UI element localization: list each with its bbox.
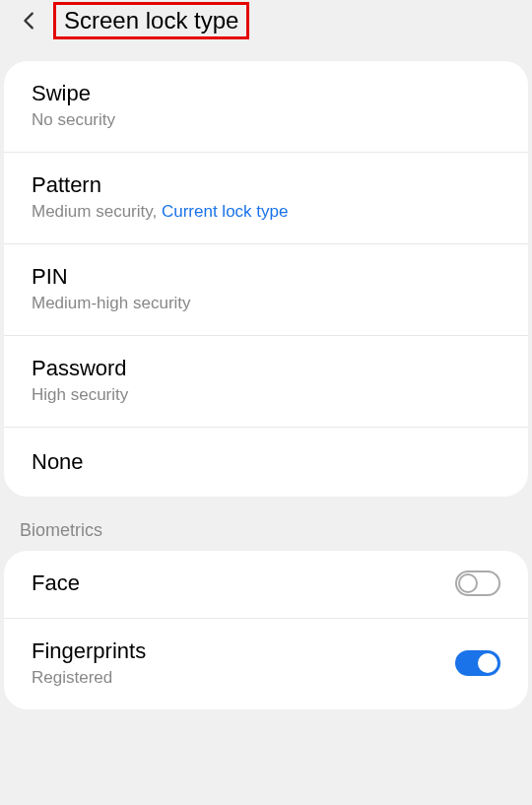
item-title: Swipe bbox=[32, 81, 500, 106]
item-subtitle: Medium-high security bbox=[32, 294, 500, 313]
toggle-knob bbox=[478, 653, 498, 673]
toggle-text: Fingerprints Registered bbox=[32, 638, 455, 688]
item-title: Password bbox=[32, 356, 500, 381]
item-subtitle: No security bbox=[32, 110, 500, 130]
lock-type-none[interactable]: None bbox=[4, 428, 528, 497]
face-toggle[interactable] bbox=[455, 570, 500, 596]
lock-type-pin[interactable]: PIN Medium-high security bbox=[4, 244, 528, 336]
page-title: Screen lock type bbox=[53, 2, 249, 39]
biometrics-card: Face Fingerprints Registered bbox=[4, 551, 528, 709]
lock-type-password[interactable]: Password High security bbox=[4, 336, 528, 428]
fingerprints-toggle[interactable] bbox=[455, 650, 500, 676]
toggle-knob bbox=[458, 573, 478, 593]
lock-type-swipe[interactable]: Swipe No security bbox=[4, 61, 528, 153]
item-subtitle: High security bbox=[32, 385, 500, 405]
biometric-face[interactable]: Face bbox=[4, 551, 528, 619]
toggle-text: Face bbox=[32, 570, 455, 596]
item-title: PIN bbox=[32, 264, 500, 290]
item-subtitle: Registered bbox=[32, 668, 455, 688]
header-bar: Screen lock type bbox=[0, 0, 532, 49]
current-lock-type-link[interactable]: Current lock type bbox=[162, 202, 289, 221]
item-title: Face bbox=[32, 570, 455, 596]
subtitle-prefix: Medium security, bbox=[32, 202, 162, 221]
item-title: None bbox=[32, 449, 500, 475]
biometric-fingerprints[interactable]: Fingerprints Registered bbox=[4, 619, 528, 709]
item-title: Pattern bbox=[32, 172, 500, 198]
back-icon[interactable] bbox=[12, 3, 47, 38]
lock-type-pattern[interactable]: Pattern Medium security, Current lock ty… bbox=[4, 153, 528, 244]
lock-type-card: Swipe No security Pattern Medium securit… bbox=[4, 61, 528, 497]
item-title: Fingerprints bbox=[32, 638, 455, 664]
item-subtitle: Medium security, Current lock type bbox=[32, 202, 500, 222]
biometrics-section-label: Biometrics bbox=[0, 497, 532, 551]
